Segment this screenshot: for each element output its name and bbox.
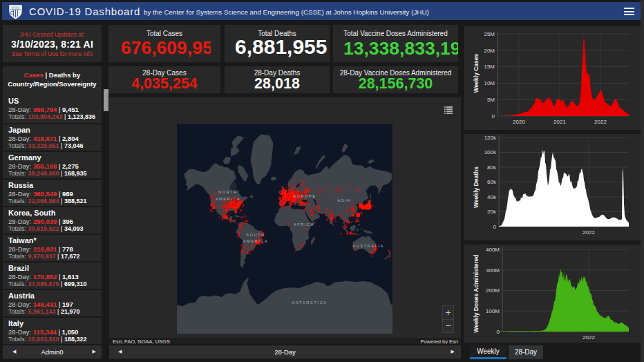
svg-text:2021: 2021 — [553, 119, 566, 125]
svg-text:0: 0 — [493, 224, 497, 230]
svg-text:100M: 100M — [486, 308, 500, 314]
svg-text:AFRICA: AFRICA — [294, 222, 314, 227]
svg-text:25M: 25M — [484, 31, 495, 37]
svg-text:5M: 5M — [487, 97, 495, 103]
svg-text:400M: 400M — [486, 247, 500, 253]
svg-text:20k: 20k — [487, 209, 497, 215]
svg-text:40k: 40k — [487, 194, 497, 200]
svg-text:Weekly Doses Administered: Weekly Doses Administered — [473, 254, 480, 332]
svg-text:EUROPE: EUROPE — [293, 194, 316, 198]
svg-text:0: 0 — [497, 329, 500, 335]
svg-text:AMERICA: AMERICA — [243, 239, 269, 243]
svg-text:15M: 15M — [484, 64, 495, 70]
svg-text:20M: 20M — [484, 48, 495, 54]
svg-text:AMERICA: AMERICA — [216, 197, 241, 201]
svg-text:Weekly Cases: Weekly Cases — [473, 53, 480, 93]
svg-text:SOUTH: SOUTH — [246, 233, 265, 237]
svg-text:60k: 60k — [487, 179, 497, 185]
svg-text:2020: 2020 — [513, 119, 525, 125]
svg-text:80k: 80k — [487, 164, 497, 171]
svg-text:ANTARCTICA: ANTARCTICA — [292, 301, 327, 305]
svg-text:0: 0 — [492, 113, 495, 120]
svg-text:100k: 100k — [484, 149, 497, 155]
svg-text:2022: 2022 — [583, 229, 595, 236]
svg-text:Weekly Deaths: Weekly Deaths — [473, 166, 480, 208]
svg-text:120k: 120k — [484, 135, 497, 141]
svg-text:10M: 10M — [484, 80, 495, 86]
svg-text:200M: 200M — [486, 287, 500, 294]
svg-text:2022: 2022 — [594, 119, 607, 125]
svg-text:NORTH: NORTH — [218, 190, 238, 194]
svg-text:ASIA: ASIA — [337, 198, 350, 202]
svg-text:AUSTRALIA: AUSTRALIA — [352, 244, 384, 248]
svg-text:300M: 300M — [486, 267, 500, 274]
svg-text:2022: 2022 — [583, 334, 595, 341]
